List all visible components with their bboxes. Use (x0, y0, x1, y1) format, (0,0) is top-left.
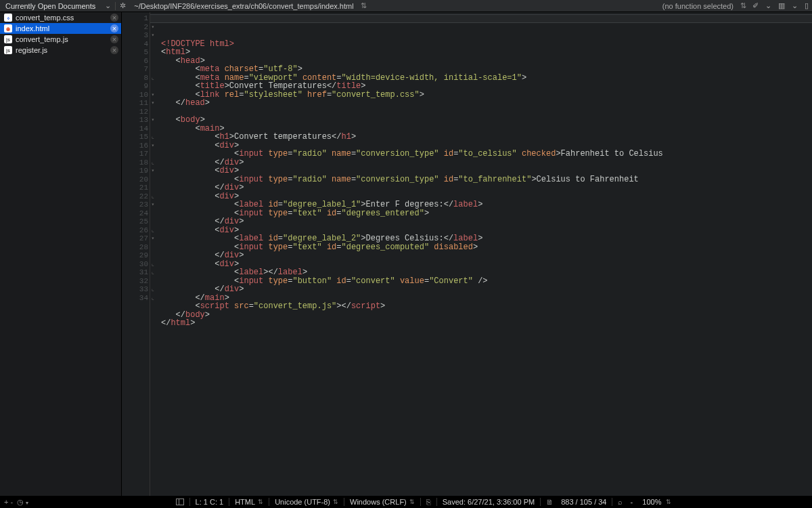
file-path[interactable]: ~/Desktop/INF286/exercises_extra/ch06/co… (130, 2, 357, 10)
line-number[interactable]: 7 (122, 65, 150, 74)
line-number[interactable]: 28 (122, 243, 150, 252)
line-number[interactable]: 10▾ (122, 91, 150, 100)
history-icon[interactable]: ◷ ▾ (17, 498, 28, 507)
code-line[interactable]: </div> (161, 251, 812, 260)
code-line[interactable]: <input type="radio" name="conversion_typ… (161, 175, 812, 184)
line-number[interactable]: 34⌞ (122, 294, 150, 303)
line-gutter[interactable]: 12▾3▾45678⌞910▾11▾1213▾1415⌞16▾1718⌞19▾2… (122, 12, 150, 496)
zoom-control[interactable]: ⌕ - 100% ⇅ (612, 498, 677, 506)
current-line-highlight (150, 14, 812, 23)
line-number[interactable]: 25 (122, 217, 150, 226)
file-name: register.js (16, 46, 110, 54)
panel-dropdown-icon[interactable]: ⌄ (788, 1, 801, 10)
sidebar-file-convert_temp-js[interactable]: jsconvert_temp.js× (0, 34, 121, 45)
line-number[interactable]: 2▾ (122, 23, 150, 32)
document-icon[interactable]: ▯ (801, 1, 812, 10)
panels-icon[interactable]: ▥ (775, 1, 788, 10)
line-number[interactable]: 20 (122, 175, 150, 184)
file-name: convert_temp.css (16, 14, 110, 22)
line-number[interactable]: 8⌞ (122, 74, 150, 83)
add-remove-icon[interactable]: + - (4, 498, 13, 506)
editor[interactable]: 12▾3▾45678⌞910▾11▾1213▾1415⌞16▾1718⌞19▾2… (122, 12, 812, 496)
check-dropdown-icon[interactable]: ⌄ (762, 1, 775, 10)
code-line[interactable] (161, 108, 812, 117)
code-line[interactable]: <script src="convert_temp.js"></script> (161, 302, 812, 311)
code-line[interactable]: </head> (161, 99, 812, 108)
line-number[interactable]: 6 (122, 57, 150, 66)
line-number[interactable]: 31⌞ (122, 268, 150, 277)
code-line[interactable]: </html> (161, 319, 812, 328)
columns-toggle-icon[interactable] (171, 499, 189, 505)
line-number[interactable]: 29 (122, 251, 150, 260)
line-number[interactable]: 17 (122, 150, 150, 158)
code-line[interactable]: <body> (161, 116, 812, 125)
function-selector[interactable]: (no function selected) (658, 2, 738, 10)
line-number[interactable]: 18⌞ (122, 158, 150, 167)
line-number[interactable]: 3▾ (122, 31, 150, 40)
highlighter-icon[interactable]: ✐ (749, 1, 762, 10)
cursor-position: L: 1 C: 1 (190, 498, 229, 506)
sidebar-file-convert_temp-css[interactable]: ⬨convert_temp.css× (0, 12, 121, 23)
line-number[interactable]: 22⌞ (122, 192, 150, 201)
code-area[interactable]: <!DOCTYPE html><html> <head> <meta chars… (150, 12, 812, 496)
line-number[interactable]: 24 (122, 209, 150, 218)
svg-text:js: js (5, 37, 10, 43)
close-icon[interactable]: × (110, 14, 118, 22)
code-line[interactable]: <input type="radio" name="conversion_typ… (161, 150, 812, 158)
line-number[interactable]: 5 (122, 48, 150, 57)
code-line[interactable]: </div> (161, 217, 812, 226)
code-line[interactable]: </div> (161, 285, 812, 294)
file-icon: js (4, 35, 12, 43)
line-number[interactable]: 26⌞ (122, 226, 150, 235)
code-line[interactable]: <link rel="stylesheet" href="convert_tem… (161, 91, 812, 100)
func-stepper-icon[interactable]: ⇅ (738, 1, 749, 10)
line-number[interactable]: 4 (122, 40, 150, 49)
encoding-selector[interactable]: Unicode (UTF-8)⇅ (269, 498, 344, 506)
file-icon: js (4, 46, 12, 54)
line-endings-selector[interactable]: Windows (CRLF)⇅ (344, 498, 420, 506)
language-selector[interactable]: HTML⇅ (229, 498, 269, 506)
open-documents-label[interactable]: Currently Open Documents (0, 2, 101, 10)
line-number[interactable]: 16▾ (122, 142, 150, 150)
line-number[interactable]: 21 (122, 184, 150, 192)
line-number[interactable]: 11▾ (122, 99, 150, 108)
line-number[interactable]: 33⌞ (122, 285, 150, 294)
svg-text:js: js (5, 48, 10, 54)
code-line[interactable]: <input type="text" id="degrees_entered"> (161, 209, 812, 218)
file-name: convert_temp.js (16, 35, 110, 43)
top-bar: Currently Open Documents ⌄ ✲ ~/Desktop/I… (0, 0, 812, 12)
line-number[interactable]: 14 (122, 125, 150, 133)
sidebar: ⬨convert_temp.css×◉index.html×jsconvert_… (0, 12, 122, 496)
line-number[interactable]: 23▾ (122, 200, 150, 209)
code-line[interactable]: <!DOCTYPE html> (161, 40, 812, 49)
code-line[interactable]: <h1>Convert temperatures</h1> (161, 133, 812, 142)
chevron-down-icon[interactable]: ⌄ (101, 1, 115, 10)
line-number[interactable]: 13▾ (122, 116, 150, 125)
line-number[interactable]: 15⌞ (122, 133, 150, 142)
sidebar-file-index-html[interactable]: ◉index.html× (0, 23, 121, 34)
code-line[interactable]: </div> (161, 184, 812, 192)
lock-icon[interactable]: ⎘ (421, 498, 436, 506)
workspace: ⬨convert_temp.css×◉index.html×jsconvert_… (0, 12, 812, 496)
close-icon[interactable]: × (110, 46, 118, 54)
line-number[interactable]: 19▾ (122, 167, 150, 175)
gear-icon[interactable]: ✲ (116, 1, 130, 10)
line-number[interactable]: 1 (122, 14, 150, 23)
code-line[interactable]: </body> (161, 311, 812, 320)
path-stepper-icon[interactable]: ⇅ (358, 1, 369, 10)
code-line[interactable]: <html> (161, 48, 812, 57)
line-number[interactable]: 32 (122, 277, 150, 286)
sidebar-file-register-js[interactable]: jsregister.js× (0, 45, 121, 56)
close-icon[interactable]: × (110, 35, 118, 43)
svg-text:◉: ◉ (6, 26, 10, 32)
code-line[interactable]: <input type="text" id="degrees_computed"… (161, 243, 812, 252)
close-icon[interactable]: × (110, 24, 118, 33)
code-line[interactable]: <input type="button" id="convert" value=… (161, 277, 812, 286)
line-number[interactable]: 12 (122, 108, 150, 117)
file-icon: ⬨ (4, 14, 12, 22)
line-number[interactable]: 27▾ (122, 234, 150, 243)
line-number[interactable]: 30⌞ (122, 260, 150, 269)
line-number[interactable]: 9 (122, 82, 150, 91)
code-line[interactable]: </div> (161, 158, 812, 167)
saved-status: Saved: 6/27/21, 3:36:00 PM (437, 498, 540, 506)
